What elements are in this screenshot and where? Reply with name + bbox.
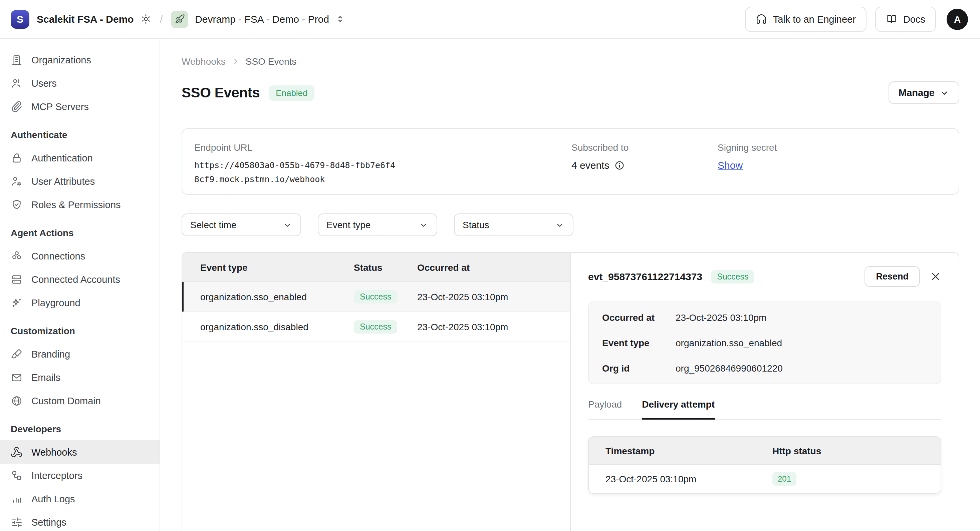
sidebar-item-webhooks[interactable]: Webhooks [0,440,159,464]
logo-letter: S [17,13,23,25]
info-icon[interactable] [614,160,625,170]
sidebar-label: Settings [31,517,67,527]
subscribed-events-value: 4 events [571,159,609,171]
sidebar-item-connections[interactable]: Connections [0,244,159,268]
sidebar-item-mcp-servers[interactable]: MCP Servers [0,95,159,118]
sidebar-item-authentication[interactable]: Authentication [0,146,159,170]
sidebar-label: Roles & Permissions [31,199,121,210]
sidebar: Organizations Users MCP Servers Authenti… [0,39,160,531]
table-row[interactable]: organization.sso_disabled Success 23-Oct… [182,312,570,342]
sidebar-label: Authentication [31,152,93,163]
resend-button[interactable]: Resend [864,266,920,287]
avatar-letter: A [954,14,961,24]
user-avatar[interactable]: A [947,8,968,30]
http-status-badge: 201 [772,472,796,486]
event-id: evt_95873761122714373 [588,271,702,282]
sidebar-label: Custom Domain [31,395,101,406]
manage-button[interactable]: Manage [889,81,959,104]
show-secret-link[interactable]: Show [718,159,743,171]
sidebar-label: Playground [31,297,80,308]
bar-chart-icon [11,493,23,505]
close-panel-button[interactable] [930,271,941,282]
sidebar-item-users[interactable]: Users [0,71,159,95]
endpoint-card: Endpoint URL https://405803a0-055b-4679-… [181,128,959,195]
topbar: S Scalekit FSA - Demo / Devramp - FSA - … [0,0,980,39]
sidebar-item-custom-domain[interactable]: Custom Domain [0,389,159,412]
workspace-settings-button[interactable] [140,13,152,25]
events-table: Event type Status Occurred at organizati… [182,253,571,531]
sidebar-label: User Attributes [31,176,95,187]
endpoint-url-label: Endpoint URL [194,142,252,153]
sparkles-icon [11,296,23,309]
sidebar-section-customization: Customization [11,325,149,337]
sidebar-section-authenticate: Authenticate [11,129,149,141]
tab-delivery-attempt[interactable]: Delivery attempt [642,399,714,420]
cell-occurred-at: 23-Oct-2025 03:10pm [417,292,570,302]
time-filter-select[interactable]: Select time [181,214,301,236]
environment-switcher[interactable] [335,14,345,24]
table-row[interactable]: 23-Oct-2025 03:10pm 201 [589,465,940,493]
breadcrumb-webhooks[interactable]: Webhooks [181,56,226,67]
table-row[interactable]: organization.sso_enabled Success 23-Oct-… [182,282,570,312]
tab-payload[interactable]: Payload [588,399,622,419]
event-type-filter-select[interactable]: Event type [318,214,437,236]
status-badge: Success [354,320,398,334]
sidebar-item-auth-logs[interactable]: Auth Logs [0,487,159,510]
subscribed-to-label: Subscribed to [571,142,628,153]
mail-icon [11,371,23,383]
detail-row-org-id: Org id org_95026846990601220 [602,355,927,381]
page-title: SSO Events [181,85,260,101]
sidebar-item-interceptors[interactable]: Interceptors [0,464,159,487]
sidebar-item-user-attributes[interactable]: User Attributes [0,170,159,193]
chevron-down-icon [282,220,293,230]
chevron-down-icon [555,220,565,230]
paperclip-icon [11,100,23,113]
sidebar-item-settings[interactable]: Settings [0,510,159,531]
close-icon [930,271,941,282]
workflow-icon [11,469,23,481]
delivery-attempts-table: Timestamp Http status 23-Oct-2025 03:10p… [588,436,941,494]
sidebar-label: Users [31,78,57,89]
sidebar-item-emails[interactable]: Emails [0,366,159,389]
events-table-header: Event type Status Occurred at [182,253,570,282]
status-badge: Success [711,270,755,283]
column-http-status: Http status [772,445,940,456]
topbar-actions: Talk to an Engineer Docs A [745,6,968,32]
column-event-type: Event type [200,262,354,273]
subscribed-events: 4 events [571,159,625,171]
stacked-rows-icon [11,273,23,285]
events-workspace: Event type Status Occurred at organizati… [181,252,959,531]
sidebar-item-organizations[interactable]: Organizations [0,48,159,71]
event-detail-panel: evt_95873761122714373 Success Resend Occ… [571,253,959,531]
sidebar-section-agent-actions: Agent Actions [11,227,149,239]
chevron-right-icon [231,57,240,66]
talk-to-engineer-button[interactable]: Talk to an Engineer [745,6,867,32]
chevrons-up-down-icon [335,14,345,24]
status-filter-value: Status [463,219,489,230]
detail-tabs: Payload Delivery attempt [588,399,941,420]
sidebar-label: Connections [31,250,85,261]
status-filter-select[interactable]: Status [454,214,573,236]
app-root: S Scalekit FSA - Demo / Devramp - FSA - … [0,0,980,531]
globe-icon [11,395,23,407]
detail-panel-header: evt_95873761122714373 Success Resend [588,266,941,287]
shield-check-icon [11,198,23,211]
sidebar-item-branding[interactable]: Branding [0,342,159,366]
signing-secret-label: Signing secret [718,142,777,153]
docs-button[interactable]: Docs [875,6,936,32]
delivery-table-header: Timestamp Http status [589,437,940,465]
detail-label: Org id [602,363,676,374]
manage-label: Manage [899,87,935,98]
sidebar-label: MCP Servers [31,101,89,112]
sidebar-item-playground[interactable]: Playground [0,291,159,314]
sidebar-item-connected-accounts[interactable]: Connected Accounts [0,268,159,291]
sidebar-label: Organizations [31,54,91,65]
main-content: Webhooks SSO Events SSO Events Enabled M… [160,39,980,531]
cell-occurred-at: 23-Oct-2025 03:10pm [417,322,570,332]
docs-label: Docs [903,14,925,24]
headphones-icon [756,13,767,25]
sidebar-label: Webhooks [31,447,77,457]
event-details-card: Occurred at 23-Oct-2025 03:10pm Event ty… [588,301,941,384]
chevron-down-icon [939,88,949,98]
sidebar-item-roles-permissions[interactable]: Roles & Permissions [0,193,159,216]
